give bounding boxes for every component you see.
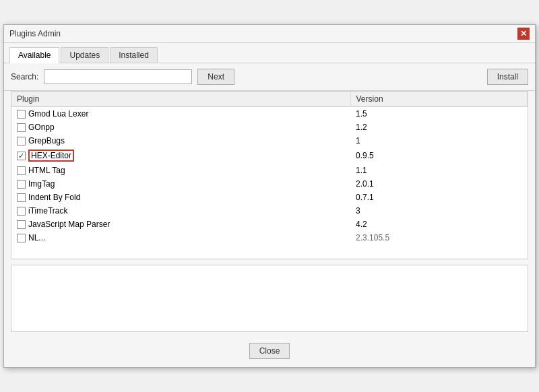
plugin-checkbox[interactable] (17, 180, 26, 189)
plugin-table: Plugin Version Gmod Lua Lexer1.5GOnpp1.2… (11, 92, 528, 244)
plugin-name: iTimeTrack (28, 206, 67, 216)
col-header-plugin: Plugin (11, 92, 350, 107)
plugin-checkbox[interactable] (17, 193, 26, 202)
plugin-version: 0.7.1 (350, 191, 527, 204)
toolbar: Search: Next Install (4, 63, 535, 91)
plugin-version: 3 (350, 204, 527, 218)
content-area: Plugin Version Gmod Lua Lexer1.5GOnpp1.2… (4, 91, 535, 332)
table-row[interactable]: NL...2.3.105.5 (11, 231, 528, 244)
col-header-version: Version (350, 92, 527, 107)
plugin-version: 1.1 (350, 164, 527, 177)
plugin-list-container[interactable]: Plugin Version Gmod Lua Lexer1.5GOnpp1.2… (11, 91, 528, 259)
plugin-name: GrepBugs (28, 136, 65, 145)
table-row[interactable]: ImgTag2.0.1 (11, 177, 528, 191)
tab-installed[interactable]: Installed (110, 47, 158, 63)
plugin-version: 1 (350, 134, 527, 148)
plugin-checkbox[interactable] (17, 220, 26, 229)
plugin-checkbox[interactable] (17, 137, 26, 145)
plugin-name: Gmod Lua Lexer (28, 109, 88, 119)
plugin-checkbox[interactable] (17, 123, 26, 132)
title-bar: Plugins Admin ✕ (4, 25, 535, 43)
tab-available[interactable]: Available (9, 47, 59, 63)
description-box[interactable] (11, 265, 528, 332)
plugin-version: 1.5 (350, 107, 527, 121)
window-close-button[interactable]: ✕ (517, 28, 530, 40)
install-button[interactable]: Install (487, 69, 528, 85)
table-row[interactable]: Indent By Fold0.7.1 (11, 191, 528, 204)
plugin-version: 0.9.5 (350, 148, 527, 164)
table-row[interactable]: GrepBugs1 (11, 134, 528, 148)
table-row[interactable]: GOnpp1.2 (11, 121, 528, 134)
tab-bar: Available Updates Installed (4, 43, 535, 63)
table-row[interactable]: Gmod Lua Lexer1.5 (11, 107, 528, 121)
next-button[interactable]: Next (197, 69, 234, 85)
plugin-name: HEX-Editor (28, 150, 74, 162)
close-button-row: Close (4, 332, 535, 367)
search-input[interactable] (44, 69, 192, 84)
plugins-admin-window: Plugins Admin ✕ Available Updates Instal… (3, 24, 536, 368)
tab-updates[interactable]: Updates (61, 47, 108, 63)
plugin-name: GOnpp (28, 123, 55, 132)
table-header: Plugin Version (11, 92, 528, 107)
plugin-checkbox[interactable] (17, 152, 26, 160)
table-row[interactable]: iTimeTrack3 (11, 204, 528, 218)
plugin-version: 1.2 (350, 121, 527, 134)
plugin-checkbox[interactable] (17, 110, 26, 119)
plugin-name: NL... (28, 233, 45, 242)
plugin-name: Indent By Fold (28, 193, 80, 202)
plugin-name: HTML Tag (28, 166, 65, 175)
plugin-checkbox[interactable] (17, 166, 26, 175)
table-row[interactable]: HTML Tag1.1 (11, 164, 528, 177)
close-button[interactable]: Close (249, 343, 290, 359)
plugin-version: 2.0.1 (350, 177, 527, 191)
plugin-checkbox[interactable] (17, 207, 26, 216)
plugin-version: 2.3.105.5 (350, 231, 527, 244)
search-label: Search: (11, 72, 38, 81)
plugin-checkbox[interactable] (17, 234, 26, 242)
window-title: Plugins Admin (9, 29, 61, 38)
plugin-name: ImgTag (28, 179, 55, 189)
plugin-version: 4.2 (350, 218, 527, 231)
table-row[interactable]: JavaScript Map Parser4.2 (11, 218, 528, 231)
table-row[interactable]: HEX-Editor0.9.5 (11, 148, 528, 164)
plugin-name: JavaScript Map Parser (28, 220, 110, 229)
